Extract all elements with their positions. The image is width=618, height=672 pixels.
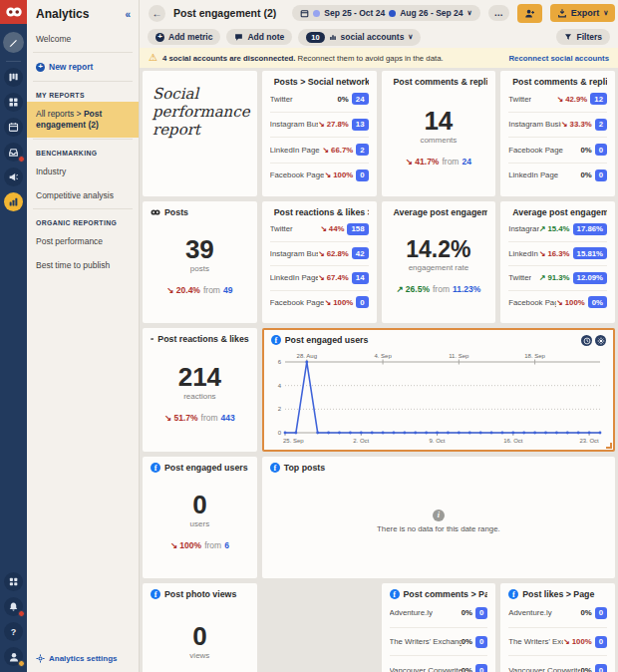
comments-by-network-widget[interactable]: Post comments & replies... Twitter↘ 42.9…	[500, 71, 615, 196]
metric-row-label: Facebook Page	[270, 298, 325, 307]
sidebar-item-competitive-analysis[interactable]: Competitive analysis	[27, 183, 139, 207]
engagement-by-network-widget[interactable]: Average post engageme... Instagram...↗ 1…	[500, 201, 615, 323]
metric-value: 0	[192, 623, 206, 649]
trend-value: ↘ 100%	[170, 540, 201, 550]
metric-badge: 13	[352, 119, 369, 131]
sidebar-item-welcome[interactable]: Welcome	[27, 27, 139, 51]
sidebar-item-post-performance[interactable]: Post performance	[27, 229, 139, 253]
sidebar-item-analytics[interactable]	[4, 192, 23, 211]
svg-text:6: 6	[277, 359, 281, 365]
metric-row: Adventure.ly0%0	[508, 599, 607, 627]
empty-state-message: There is no data for this date range.	[377, 524, 500, 533]
apps-button[interactable]	[4, 572, 23, 591]
sidebar-divider	[33, 81, 133, 82]
metric-row-label: LinkedIn Page	[508, 170, 558, 179]
reactions-by-network-widget[interactable]: Post reactions & likes > S... Twitter↘ 4…	[262, 201, 377, 323]
help-button[interactable]: ?	[4, 622, 23, 641]
sidebar-item-industry[interactable]: Industry	[27, 160, 139, 183]
metric-row: Twitter0%24	[270, 87, 369, 112]
empty-state: i There is no data for this date range.	[270, 473, 607, 569]
analytics-sidebar: Analytics « Welcome + New report MY REPO…	[27, 0, 140, 672]
sidebar-item-dashboards[interactable]	[4, 93, 23, 112]
new-report-button[interactable]: + New report	[27, 54, 139, 80]
trend-value: ↘ 33.3%	[561, 120, 592, 129]
sidebar-item-amplify[interactable]	[4, 168, 23, 186]
chart-settings-button[interactable]	[595, 335, 606, 346]
photo-views-widget[interactable]: fPost photo views 0 views	[143, 583, 257, 672]
analytics-settings-button[interactable]: Analytics settings	[27, 645, 139, 672]
metric-value: 39	[185, 236, 214, 262]
report-title-widget[interactable]: Social performance report	[143, 71, 257, 196]
metric-value: 14.2%	[406, 238, 470, 261]
metric-row: Vancouver Copywriters0%0	[508, 655, 607, 672]
metric-row: Instagram...↗ 15.4%17.86%	[508, 217, 607, 241]
info-icon: i	[433, 509, 445, 521]
back-button[interactable]: ←	[149, 5, 165, 22]
date-range-picker[interactable]: Sep 25 - Oct 24 Aug 26 - Sep 24 ∨	[292, 5, 479, 21]
widget-title: Posts	[164, 207, 188, 217]
comments-by-page-widget[interactable]: fPost comments > Page Adventure.ly0%0The…	[382, 583, 496, 672]
current-period-dot	[313, 10, 320, 17]
metric-badge: 158	[347, 223, 368, 235]
reconnect-accounts-link[interactable]: Reconnect social accounts	[508, 54, 609, 63]
section-organic-reporting: ORGANIC REPORTING	[27, 210, 139, 229]
filters-label: Filters	[576, 32, 602, 42]
new-report-label: New report	[49, 62, 93, 72]
metric-row-label: Adventure.ly	[508, 608, 551, 617]
metric-row-label: LinkedIn Page	[270, 146, 320, 155]
sidebar-item-streams[interactable]	[4, 68, 23, 87]
rail-divider	[6, 61, 21, 62]
widget-title: Post comments > Page	[404, 589, 488, 599]
export-button[interactable]: Export ∨	[550, 4, 616, 22]
svg-text:11. Sep: 11. Sep	[449, 353, 469, 359]
hootsuite-owl-logo[interactable]	[0, 0, 27, 24]
metric-badge: 17.86%	[573, 223, 607, 235]
metric-row-label: The Writers' Excha...	[508, 637, 563, 646]
metric-row-label: Vancouver Copywriters	[508, 666, 580, 672]
profile-avatar[interactable]	[4, 647, 23, 666]
clock-icon	[583, 337, 591, 345]
social-accounts-selector[interactable]: 10 social accounts ∨	[298, 29, 421, 46]
facebook-icon: f	[390, 589, 400, 599]
share-report-button[interactable]	[517, 4, 542, 23]
engaged-users-chart-widget[interactable]: fPost engaged users 024628. Aug4. Sep11.…	[262, 328, 615, 452]
post-comments-total-widget[interactable]: Post comments & replies 14 comments ↘ 41…	[382, 71, 496, 196]
sidebar-item-inbox[interactable]	[4, 143, 23, 162]
apps-grid-icon	[8, 576, 19, 587]
engaged-users-chart: 024628. Aug4. Sep11. Sep18. Sep25. Sep2.…	[269, 349, 608, 447]
trend-value: ↘ 100%	[325, 170, 354, 179]
trend-value: 0%	[338, 95, 349, 104]
likes-by-page-widget[interactable]: fPost likes > Page Adventure.ly0%0The Wr…	[500, 583, 615, 672]
metric-value: 214	[178, 364, 221, 390]
collapse-sidebar-button[interactable]: «	[125, 9, 131, 20]
sidebar-item-active-report[interactable]: All reports > Post engagement (2)	[27, 102, 139, 138]
top-posts-widget[interactable]: fTop posts i There is no data for this d…	[262, 457, 615, 578]
metric-row-label: The Writers' Exchange	[390, 637, 462, 646]
trend-value: ↘ 20.4%	[166, 285, 200, 295]
posts-by-network-widget[interactable]: Posts > Social network Twitter0%24Instag…	[262, 71, 377, 196]
chart-history-button[interactable]	[581, 335, 592, 346]
reactions-total-widget[interactable]: Post reactions & likes 214 reactions ↘ 5…	[143, 328, 257, 452]
chevron-down-icon: ∨	[467, 9, 472, 17]
metric-unit: users	[190, 519, 210, 528]
add-note-button[interactable]: Add note	[226, 29, 292, 45]
trend-value: ↘ 51.7%	[164, 413, 198, 423]
engagement-rate-total-widget[interactable]: Average post engageme... 14.2% engagemen…	[382, 201, 496, 323]
resize-handle[interactable]	[606, 443, 612, 449]
sidebar-title: Analytics	[36, 7, 89, 21]
disconnected-accounts-banner: ⚠ 4 social accounts are disconnected. Re…	[140, 48, 618, 68]
more-options-button[interactable]: …	[488, 5, 509, 21]
compose-button[interactable]	[3, 32, 24, 53]
trend-value: ↘ 16.3%	[539, 249, 570, 258]
report-header: ← Post engagement (2) Sep 25 - Oct 24 Au…	[140, 0, 618, 26]
notifications-button[interactable]	[4, 597, 23, 616]
add-metric-label: Add metric	[168, 32, 212, 42]
metric-row: The Writers' Exchange0%0	[390, 627, 488, 656]
posts-total-widget[interactable]: Posts 39 posts ↘ 20.4%from49	[143, 201, 257, 323]
add-metric-button[interactable]: + Add metric	[148, 29, 220, 45]
sidebar-item-planner[interactable]	[4, 118, 23, 137]
engaged-users-total-widget[interactable]: fPost engaged users 0 users ↘ 100%from6	[143, 457, 257, 578]
sidebar-item-best-time-to-publish[interactable]: Best time to publish	[27, 253, 139, 277]
filters-button[interactable]: Filters	[556, 29, 610, 45]
metric-badge: 0	[595, 144, 607, 156]
